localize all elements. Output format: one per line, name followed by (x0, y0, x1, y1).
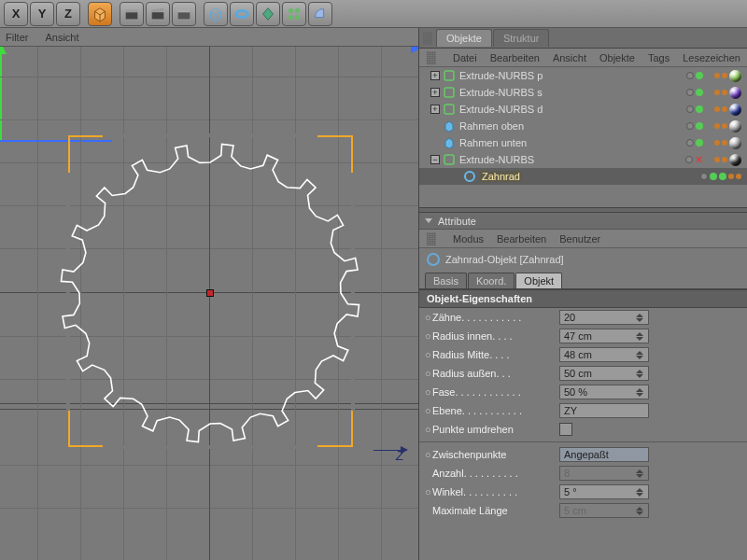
axis-z-button[interactable]: Z (56, 2, 80, 26)
material-ball-icon[interactable] (729, 137, 741, 149)
layer-dot-icon[interactable] (700, 173, 708, 180)
tag-dot-icon[interactable] (714, 123, 720, 129)
tab-objects[interactable]: Objekte (436, 29, 492, 47)
render-dot-icon[interactable] (719, 173, 726, 180)
tag-dot-icon[interactable] (722, 123, 727, 129)
layer-dot-icon[interactable] (686, 139, 694, 147)
viewport-menu: Filter Ansicht (0, 28, 418, 47)
clapper-2-button[interactable] (146, 2, 170, 26)
shape-tool-button[interactable] (308, 2, 332, 26)
material-ball-icon[interactable] (729, 104, 741, 116)
prop-zwischen-field[interactable]: Angepaßt (559, 447, 649, 462)
tag-dot-icon[interactable] (722, 73, 727, 78)
prop-maxlen-field: 5 cm (559, 503, 649, 518)
tag-dot-icon[interactable] (714, 157, 720, 162)
crystal-tool-button[interactable] (256, 2, 280, 26)
ring-icon (427, 253, 440, 266)
top-toolbar: X Y Z (0, 0, 747, 28)
layer-dot-icon[interactable] (685, 156, 693, 163)
visibility-dot-icon[interactable] (710, 173, 717, 180)
menu-edit[interactable]: Bearbeiten (490, 52, 540, 63)
prop-radius-aussen-field[interactable]: 50 cm (559, 366, 649, 381)
panel-menu-grip-icon[interactable] (427, 51, 436, 64)
tab-basis[interactable]: Basis (425, 273, 467, 288)
origin-handle[interactable] (206, 289, 214, 297)
tree-row[interactable]: +Extrude-NURBS d (419, 101, 747, 118)
tree-row[interactable]: Rahmen oben (419, 118, 747, 134)
object-tree[interactable]: +Extrude-NURBS p+Extrude-NURBS s+Extrude… (419, 67, 747, 207)
clapper-1-button[interactable] (120, 2, 144, 26)
torus-tool-button[interactable] (230, 2, 254, 26)
prop-radius-mitte-field[interactable]: 48 cm (559, 347, 649, 362)
prop-punkte-checkbox[interactable] (559, 423, 572, 436)
tree-row[interactable]: −Extrude-NURBS✕ (419, 151, 747, 168)
cube-tool-button[interactable] (88, 2, 112, 26)
collapse-icon[interactable] (425, 218, 432, 223)
tag-dot-icon[interactable] (714, 106, 720, 112)
tree-row[interactable]: +Extrude-NURBS p (419, 67, 747, 84)
disable-icon[interactable]: ✕ (695, 155, 703, 165)
attr-menu-mode[interactable]: Modus (453, 233, 484, 245)
viewport[interactable]: Z (0, 47, 418, 560)
axis-y-button[interactable]: Y (30, 2, 54, 26)
layer-dot-icon[interactable] (686, 105, 694, 113)
visibility-dot-icon[interactable] (696, 105, 703, 113)
prop-ebene-field[interactable]: ZY (559, 403, 649, 418)
tree-row[interactable]: +Extrude-NURBS s (419, 84, 747, 101)
tab-coord[interactable]: Koord. (468, 273, 514, 288)
visibility-dot-icon[interactable] (696, 139, 703, 147)
section-object-properties: Objekt-Eigenschaften (419, 289, 747, 308)
material-ball-icon[interactable] (729, 120, 741, 133)
wire-cube-button[interactable] (204, 2, 228, 26)
menu-bookmarks[interactable]: Lesezeichen (683, 52, 740, 63)
tab-object[interactable]: Objekt (515, 273, 562, 288)
tag-dot-icon[interactable] (736, 174, 741, 179)
material-ball-icon[interactable] (729, 154, 741, 166)
menu-tags[interactable]: Tags (648, 52, 669, 63)
panel-grip-icon[interactable] (423, 32, 432, 45)
svg-marker-20 (445, 138, 453, 148)
tree-row[interactable]: Zahnrad (419, 168, 747, 185)
clapper-3-button[interactable] (172, 2, 196, 26)
prop-fase-label: Fase (432, 386, 455, 398)
layer-dot-icon[interactable] (686, 89, 694, 96)
tag-dot-icon[interactable] (722, 157, 727, 162)
material-ball-icon[interactable] (729, 70, 741, 82)
attribute-header-label: Attribute (438, 216, 476, 227)
prop-radius-innen-field[interactable]: 47 cm (559, 329, 649, 343)
array-tool-button[interactable] (282, 2, 306, 26)
tree-row[interactable]: Rahmen unten (419, 134, 747, 151)
menu-view[interactable]: Ansicht (553, 52, 586, 63)
viewport-menu-filter[interactable]: Filter (6, 32, 28, 43)
prop-zaehne-field[interactable]: 20 (559, 310, 649, 325)
tag-dot-icon[interactable] (728, 174, 734, 179)
attr-menu-edit[interactable]: Bearbeiten (497, 233, 546, 245)
prop-winkel-field[interactable]: 5 ° (559, 484, 649, 499)
layer-dot-icon[interactable] (686, 122, 694, 130)
layer-dot-icon[interactable] (686, 72, 694, 79)
axis-x-button[interactable]: X (4, 2, 28, 26)
prop-fase-field[interactable]: 50 % (559, 385, 649, 399)
menu-objects[interactable]: Objekte (599, 52, 635, 63)
tree-expand-icon[interactable]: + (430, 71, 440, 80)
visibility-dot-icon[interactable] (696, 122, 703, 130)
tab-structure[interactable]: Struktur (493, 29, 550, 47)
material-ball-icon[interactable] (729, 87, 741, 99)
gear-spline (0, 47, 418, 560)
attr-menu-user[interactable]: Benutzer (559, 233, 600, 245)
tag-dot-icon[interactable] (722, 140, 727, 146)
tree-expand-icon[interactable]: + (430, 105, 440, 114)
menu-file[interactable]: Datei (453, 52, 477, 63)
tag-dot-icon[interactable] (722, 106, 727, 112)
tree-expand-icon[interactable]: − (430, 155, 440, 164)
tag-dot-icon[interactable] (714, 90, 720, 95)
tag-dot-icon[interactable] (714, 140, 720, 146)
svg-marker-19 (445, 121, 453, 132)
attr-menu-grip-icon[interactable] (427, 232, 436, 245)
viewport-menu-view[interactable]: Ansicht (45, 32, 78, 43)
visibility-dot-icon[interactable] (696, 89, 703, 96)
tree-expand-icon[interactable]: + (430, 88, 440, 97)
visibility-dot-icon[interactable] (696, 72, 703, 79)
tag-dot-icon[interactable] (722, 90, 727, 95)
tag-dot-icon[interactable] (714, 73, 720, 78)
